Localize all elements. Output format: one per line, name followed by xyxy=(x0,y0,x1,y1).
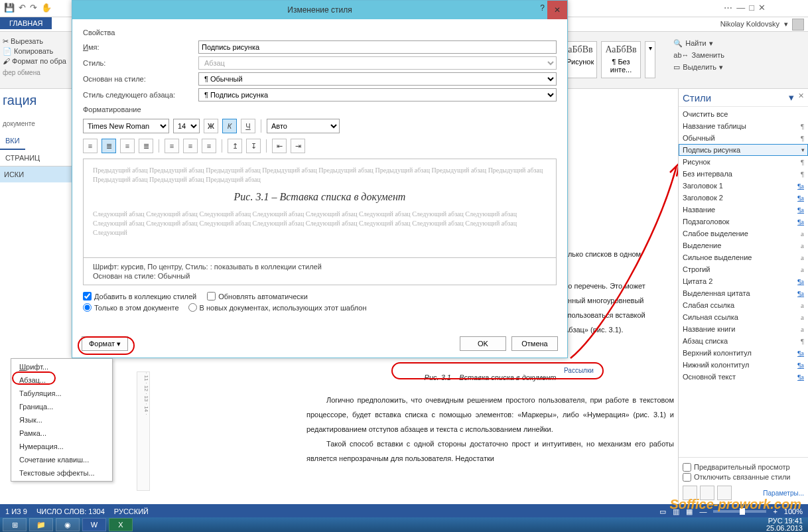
find-button[interactable]: 🔍 Найти ▾ xyxy=(673,37,724,49)
style-item[interactable]: Навзание таблицы¶ xyxy=(679,120,808,132)
dialog-titlebar[interactable]: Изменение стиля ? ✕ xyxy=(72,1,567,19)
style-item[interactable]: Подпись рисунка xyxy=(679,144,808,156)
replace-button[interactable]: ab↔ Заменить xyxy=(673,49,724,61)
style-item[interactable]: Обычный¶ xyxy=(679,132,808,144)
menu-font[interactable]: Шрифт... xyxy=(11,360,112,373)
menu-border[interactable]: Граница... xyxy=(11,400,112,413)
align-center-icon[interactable]: ≣ xyxy=(101,139,116,153)
ok-button[interactable]: OK xyxy=(460,336,506,351)
explorer-icon[interactable]: 📁 xyxy=(29,518,53,531)
cut-button[interactable]: ✂ Вырезать xyxy=(3,37,66,46)
name-input[interactable] xyxy=(198,40,557,54)
chrome-icon[interactable]: ◉ xyxy=(56,518,80,531)
undo-icon[interactable]: ↶ xyxy=(19,3,26,13)
format-painter-button[interactable]: 🖌 Формат по обра xyxy=(3,57,66,65)
help-icon[interactable]: ? xyxy=(540,3,545,13)
menu-frame[interactable]: Рамка... xyxy=(11,427,112,440)
style-item[interactable]: Название книгиa xyxy=(679,323,808,335)
pane-close-icon[interactable]: ✕ xyxy=(798,92,804,103)
minimize-icon[interactable]: — xyxy=(736,3,745,13)
style-item[interactable]: Основной текст¶a xyxy=(679,371,808,383)
status-words[interactable]: ЧИСЛО СЛОВ: 1304 xyxy=(36,507,105,515)
style-item[interactable]: Заголовок 2¶a xyxy=(679,192,808,204)
underline-button[interactable]: Ч xyxy=(241,119,255,133)
start-button[interactable]: ⊞ xyxy=(3,518,27,531)
style-item[interactable]: Без интервала¶ xyxy=(679,168,808,180)
cancel-button[interactable]: Отмена xyxy=(511,336,558,351)
tab-home[interactable]: ГЛАВНАЯ xyxy=(0,17,52,29)
select-button[interactable]: ▭ Выделить ▾ xyxy=(673,61,724,73)
indent-increase-icon[interactable]: ⇥ xyxy=(291,139,305,153)
nextstyle-select[interactable]: ¶ Подпись рисунка xyxy=(198,88,557,101)
align-right-icon[interactable]: ≡ xyxy=(120,139,135,153)
menu-shortcut[interactable]: Сочетание клавиш... xyxy=(11,453,112,466)
nav-tab-pages[interactable]: СТРАНИЦ xyxy=(0,150,45,166)
color-select[interactable]: Авто xyxy=(267,119,340,133)
style-item[interactable]: Сильное выделениеa xyxy=(679,251,808,263)
word-icon[interactable]: W xyxy=(82,518,106,531)
style-item[interactable]: Верхний колонтитул¶a xyxy=(679,347,808,359)
styles-options-link[interactable]: Параметры... xyxy=(763,490,804,497)
gallery-item[interactable]: АаБбВв¶ Без инте... xyxy=(601,41,641,78)
nav-tab-headings[interactable]: ВКИ xyxy=(0,133,25,150)
space-after-icon[interactable]: ↧ xyxy=(246,139,261,153)
style-item[interactable]: Слабое выделениеa xyxy=(679,228,808,239)
menu-texteffects[interactable]: Текстовые эффекты... xyxy=(11,466,112,480)
style-item[interactable]: Цитата 2¶a xyxy=(679,275,808,287)
align-justify-icon[interactable]: ≣ xyxy=(139,139,153,153)
status-lang[interactable]: РУССКИЙ xyxy=(114,507,149,515)
style-gallery[interactable]: АаБбВв¶ Рисунок АаБбВв¶ Без инте... ▾ xyxy=(557,41,655,78)
menu-numbering[interactable]: Нумерация... xyxy=(11,440,112,453)
gallery-more-icon[interactable]: ▾ xyxy=(645,41,655,78)
maximize-icon[interactable]: □ xyxy=(749,3,754,13)
style-item[interactable]: Название¶a xyxy=(679,204,808,216)
close-app-icon[interactable]: ✕ xyxy=(758,3,766,13)
spacing-15-icon[interactable]: ≡ xyxy=(183,139,198,153)
redo-icon[interactable]: ↷ xyxy=(30,3,37,13)
basedon-select[interactable]: ¶ Обычный xyxy=(198,72,557,86)
nav-item[interactable]: ИСКИ xyxy=(0,166,72,182)
disable-linked-checkbox[interactable]: Отключить связанные стили xyxy=(683,473,804,482)
style-item[interactable]: Строгийa xyxy=(679,263,808,275)
menu-language[interactable]: Язык... xyxy=(11,413,112,427)
menu-tabs[interactable]: Табуляция... xyxy=(11,387,112,400)
status-page[interactable]: 1 ИЗ 9 xyxy=(5,507,27,515)
auto-update-checkbox[interactable]: Обновлять автоматически xyxy=(207,292,308,300)
space-before-icon[interactable]: ↥ xyxy=(228,139,242,153)
excel-icon[interactable]: X xyxy=(109,518,133,531)
style-item[interactable]: Абзац списка¶ xyxy=(679,335,808,347)
copy-button[interactable]: 📄 Копировать xyxy=(3,47,66,56)
style-item[interactable]: Выделенная цитата¶a xyxy=(679,287,808,299)
style-item[interactable]: Нижний колонтитул¶a xyxy=(679,359,808,371)
style-item[interactable]: Выделениеa xyxy=(679,239,808,251)
size-select[interactable]: 14 xyxy=(173,119,200,133)
style-item[interactable]: Рисунок¶ xyxy=(679,156,808,168)
touch-mode-icon[interactable]: ✋ xyxy=(41,3,52,13)
style-item[interactable]: Слабая ссылкаa xyxy=(679,299,808,311)
menu-paragraph[interactable]: Абзац... xyxy=(11,373,112,387)
only-doc-radio[interactable]: Только в этом документе xyxy=(83,303,179,312)
font-select[interactable]: Times New Roman xyxy=(83,119,169,133)
view-read-icon[interactable]: ▭ xyxy=(659,507,666,516)
style-item[interactable]: Очистить все xyxy=(679,108,808,120)
close-icon[interactable]: ✕ xyxy=(547,1,567,19)
align-left-icon[interactable]: ≡ xyxy=(83,139,98,153)
preview-checkbox[interactable]: Предварительный просмотр xyxy=(683,463,804,472)
bold-button[interactable]: Ж xyxy=(204,119,218,133)
spacing-1-icon[interactable]: ≡ xyxy=(165,139,179,153)
new-docs-radio[interactable]: В новых документах, использующих этот ша… xyxy=(188,303,367,312)
italic-button[interactable]: К xyxy=(222,119,237,133)
format-menu-button[interactable]: Формат ▾ xyxy=(82,336,128,351)
document-body[interactable]: Рис. 3.1 – Вставка списка в документ Лог… xyxy=(306,366,674,466)
indent-decrease-icon[interactable]: ⇤ xyxy=(272,139,287,153)
style-item[interactable]: Заголовок 1¶a xyxy=(679,180,808,192)
style-item[interactable]: Сильная ссылкаa xyxy=(679,311,808,323)
system-tray[interactable]: РУС 19:4125.06.2013 xyxy=(766,517,805,532)
clipboard-group-label: фер обмена xyxy=(3,69,66,76)
add-gallery-checkbox[interactable]: Добавить в коллекцию стилей xyxy=(83,292,196,300)
ribbon-options-icon[interactable]: ⋯ xyxy=(724,3,732,13)
pane-move-icon[interactable]: ▾ xyxy=(789,92,794,103)
save-icon[interactable]: 💾 xyxy=(4,3,15,13)
style-item[interactable]: Подзаголовок¶a xyxy=(679,216,808,228)
spacing-2-icon[interactable]: ≡ xyxy=(202,139,216,153)
